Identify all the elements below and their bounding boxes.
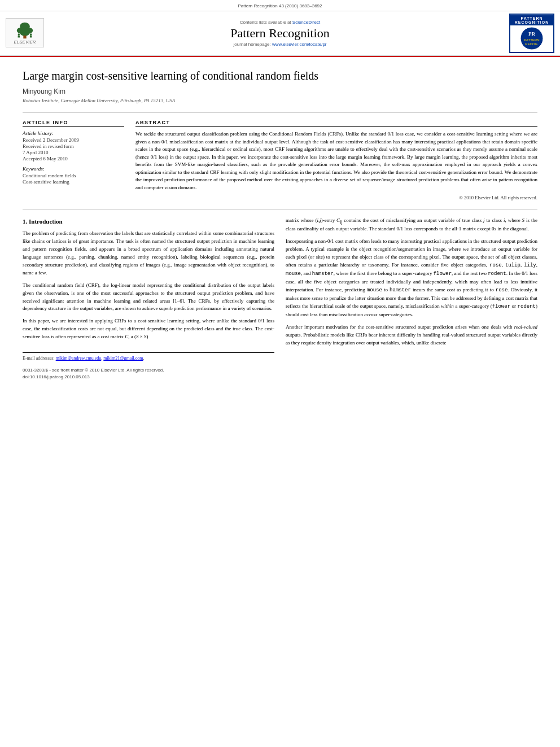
right-para-2: Incorporating a non-0/1 cost matrix ofte… [286, 238, 537, 318]
svg-text:PATTERN: PATTERN [524, 38, 539, 42]
section-1-heading: 1. Introduction [23, 217, 274, 226]
body-left-col: 1. Introduction The problem of predictin… [23, 217, 274, 381]
article-info-header: ARTICLE INFO [23, 120, 124, 127]
body-right-col: matrix whose (i,j)-entry Cij contains th… [286, 217, 537, 381]
svg-point-5 [18, 33, 20, 36]
article-info-abstract-section: ARTICLE INFO Article history: Received 2… [23, 120, 537, 200]
svg-rect-4 [23, 35, 26, 38]
received-revised-label: Received in revised form [23, 143, 124, 149]
pr-badge-icon: PR PATTERN RECOG. [520, 27, 544, 50]
journal-title: Pattern Recognition [51, 26, 509, 41]
author-name: Minyoung Kim [23, 88, 537, 95]
received-date-1: Received 2 December 2009 [23, 137, 124, 143]
footnote-email: E-mail addresses: mikim@andrew.cmu.edu, … [23, 355, 274, 362]
svg-text:RECOG.: RECOG. [525, 42, 539, 46]
svg-point-7 [30, 33, 32, 36]
journal-info-footer: 0031-3203/$ - see front matter © 2010 El… [23, 367, 274, 381]
article-info: ARTICLE INFO Article history: Received 2… [23, 120, 124, 200]
body-two-col: 1. Introduction The problem of predictin… [23, 217, 537, 381]
received-revised-date: 7 April 2010 [23, 150, 124, 155]
journal-citation: Pattern Recognition 43 (2010) 3683–3692 [238, 3, 322, 8]
pr-logo-box: PATTERNRECOGNITION PR PATTERN RECOG. [509, 14, 554, 53]
right-para-1: matrix whose (i,j)-entry Cij contains th… [286, 217, 537, 233]
footnote-area: E-mail addresses: mikim@andrew.cmu.edu, … [23, 352, 274, 362]
svg-rect-6 [18, 35, 20, 37]
abstract-text: We tackle the structured output classifi… [135, 130, 537, 191]
elsevier-logo: ELSEVIER [6, 18, 51, 49]
sciencedirect-link[interactable]: ScienceDirect [292, 20, 320, 25]
keywords-section: Keywords: Conditional random fields Cost… [23, 166, 124, 185]
intro-para-1: The problem of predicting from observati… [23, 230, 274, 277]
paper-title: Large margin cost-sensitive learning of … [23, 68, 537, 83]
journal-banner: ELSEVIER Contents lists available at Sci… [0, 11, 560, 56]
email-link-2[interactable]: mikim21@gmail.com [103, 356, 143, 361]
email-link-1[interactable]: mikim@andrew.cmu.edu [56, 356, 102, 361]
svg-rect-8 [30, 35, 32, 37]
pr-logo-badge: PR PATTERN RECOG. [519, 25, 545, 51]
journal-homepage: journal homepage: www.elsevier.com/locat… [51, 42, 509, 47]
svg-text:PR: PR [528, 31, 535, 37]
abstract-section: ABSTRACT We tackle the structured output… [135, 120, 537, 200]
divider-1 [23, 112, 537, 113]
intro-para-2: The conditional random field (CRF), the … [23, 282, 274, 313]
elsevier-wordmark: ELSEVIER [14, 40, 36, 45]
svg-point-3 [20, 29, 30, 36]
divider-2 [23, 209, 537, 210]
sciencedirect-label: Contents lists available at ScienceDirec… [51, 20, 509, 25]
journal-homepage-link[interactable]: www.elsevier.com/locate/pr [272, 42, 326, 47]
keyword-2: Cost-sensitive learning [23, 179, 124, 185]
banner-center: Contents lists available at ScienceDirec… [51, 20, 509, 47]
right-para-3: Another important motivation for the cos… [286, 324, 537, 347]
keywords-label: Keywords: [23, 166, 124, 172]
doi-line: doi:10.1016/j.patcog.2010.05.013 [23, 374, 274, 381]
journal-top-bar: Pattern Recognition 43 (2010) 3683–3692 [0, 3, 560, 8]
intro-para-3: In this paper, we are interested in appl… [23, 317, 274, 341]
affiliation: Robotics Institute, Carnegie Mellon Univ… [23, 98, 537, 103]
pr-logo-text: PATTERNRECOGNITION [510, 15, 553, 25]
paper-container: Large margin cost-sensitive learning of … [0, 57, 560, 392]
abstract-header: ABSTRACT [135, 120, 537, 127]
keyword-1: Conditional random fields [23, 173, 124, 178]
accepted-date: Accepted 6 May 2010 [23, 156, 124, 161]
journal-header: Pattern Recognition 43 (2010) 3683–3692 [0, 0, 560, 57]
elsevier-tree-icon [15, 21, 35, 40]
copyright-line: © 2010 Elsevier Ltd. All rights reserved… [135, 195, 537, 200]
issn-line: 0031-3203/$ - see front matter © 2010 El… [23, 367, 274, 374]
article-history-label: Article history: [23, 130, 124, 136]
elsevier-logo-box: ELSEVIER [6, 18, 44, 47]
